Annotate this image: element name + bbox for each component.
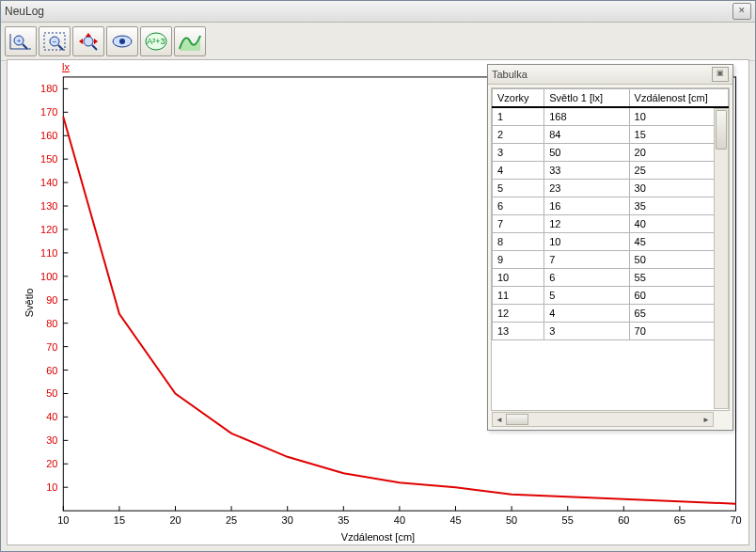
- svg-text:20: 20: [169, 514, 181, 526]
- svg-text:160: 160: [40, 130, 57, 141]
- svg-text:120: 120: [40, 224, 57, 235]
- table-cell: 168: [544, 107, 629, 126]
- svg-text:110: 110: [40, 247, 57, 259]
- table-row[interactable]: 116810: [493, 107, 729, 126]
- svg-text:45: 45: [449, 514, 461, 526]
- titlebar[interactable]: NeuLog ✕: [1, 1, 755, 23]
- table-title-text: Tabulka: [492, 69, 528, 80]
- svg-text:30: 30: [46, 434, 57, 446]
- svg-text:65: 65: [674, 514, 685, 526]
- window-title: NeuLog: [5, 5, 44, 18]
- table-cell: 3: [544, 323, 629, 340]
- table-row[interactable]: 52330: [493, 180, 729, 197]
- table-row[interactable]: 13370: [493, 323, 729, 340]
- table-titlebar[interactable]: Tabulka ▣: [488, 65, 732, 85]
- svg-line-8: [92, 45, 97, 50]
- horizontal-scrollbar[interactable]: ◄ ►: [492, 412, 714, 427]
- svg-text:30: 30: [282, 514, 293, 526]
- svg-text:40: 40: [46, 411, 57, 422]
- svg-text:70: 70: [46, 341, 57, 353]
- table-cell: 7: [544, 251, 629, 269]
- svg-point-7: [84, 37, 93, 46]
- svg-text:100: 100: [40, 271, 57, 282]
- table-row[interactable]: 71240: [493, 215, 729, 233]
- svg-text:150: 150: [40, 153, 57, 165]
- table-row[interactable]: 11560: [493, 287, 729, 305]
- curve-button[interactable]: [174, 26, 206, 56]
- table-header[interactable]: Světlo 1 [lx]: [544, 89, 629, 108]
- svg-text:20: 20: [46, 458, 57, 469]
- table-cell: 13: [493, 323, 544, 340]
- svg-text:130: 130: [40, 200, 57, 212]
- scroll-left-icon[interactable]: ◄: [493, 414, 506, 425]
- table-cell: 12: [493, 305, 544, 323]
- table-cell: 4: [493, 162, 544, 180]
- table-cell: 6: [493, 197, 544, 215]
- table-body: VzorkySvětlo 1 [lx]Vzdálenost [cm]116810…: [491, 87, 730, 411]
- table-row[interactable]: 9750: [493, 251, 729, 269]
- svg-text:55: 55: [562, 514, 574, 526]
- svg-text:10: 10: [46, 481, 57, 493]
- table-cell: 6: [544, 269, 629, 287]
- zoom-in-button[interactable]: +: [5, 26, 37, 56]
- svg-text:25: 25: [226, 514, 237, 526]
- table-row[interactable]: 61635: [493, 197, 729, 215]
- table-cell: 1: [493, 107, 544, 126]
- svg-text:90: 90: [46, 294, 57, 306]
- formula-button[interactable]: A²+3: [140, 26, 172, 56]
- scrollbar-thumb[interactable]: [716, 110, 727, 150]
- svg-text:60: 60: [618, 514, 629, 526]
- table-cell: 23: [544, 180, 629, 197]
- svg-text:60: 60: [46, 365, 57, 376]
- svg-text:+: +: [17, 37, 22, 45]
- table-cell: 10: [493, 269, 544, 287]
- close-icon[interactable]: ✕: [732, 3, 751, 20]
- table-cell: 33: [544, 162, 629, 180]
- chart-area: lx Světlo Vzdálenost [cm] 10203040506070…: [7, 59, 749, 545]
- svg-text:80: 80: [46, 318, 57, 329]
- svg-line-5: [58, 45, 63, 50]
- svg-text:40: 40: [394, 514, 405, 526]
- svg-text:70: 70: [730, 514, 741, 526]
- vertical-scrollbar[interactable]: [714, 108, 729, 409]
- table-row[interactable]: 28415: [493, 126, 729, 144]
- scroll-right-icon[interactable]: ►: [700, 414, 713, 425]
- table-cell: 8: [493, 233, 544, 251]
- svg-text:50: 50: [46, 387, 57, 399]
- svg-text:10: 10: [57, 514, 69, 526]
- eye-button[interactable]: [106, 26, 138, 56]
- svg-text:15: 15: [114, 514, 125, 526]
- table-cell: 84: [544, 126, 629, 144]
- svg-text:A²+3: A²+3: [147, 37, 165, 46]
- pin-icon[interactable]: ▣: [712, 67, 729, 82]
- svg-text:170: 170: [40, 106, 57, 118]
- table-cell: 50: [544, 144, 629, 162]
- fit-button[interactable]: [72, 26, 104, 56]
- table-row[interactable]: 10655: [493, 269, 729, 287]
- svg-text:35: 35: [338, 514, 349, 526]
- table-cell: 9: [493, 251, 544, 269]
- data-table[interactable]: VzorkySvětlo 1 [lx]Vzdálenost [cm]116810…: [492, 88, 729, 340]
- scrollbar-thumb[interactable]: [506, 414, 528, 425]
- table-cell: 7: [493, 215, 544, 233]
- svg-text:140: 140: [40, 177, 57, 188]
- table-panel[interactable]: Tabulka ▣ VzorkySvětlo 1 [lx]Vzdálenost …: [487, 64, 733, 431]
- table-cell: 2: [493, 126, 544, 144]
- svg-point-10: [119, 39, 125, 44]
- table-header[interactable]: Vzdálenost [cm]: [629, 89, 728, 108]
- table-row[interactable]: 81045: [493, 233, 729, 251]
- zoom-out-button[interactable]: −: [39, 26, 71, 56]
- table-row[interactable]: 43325: [493, 162, 729, 180]
- table-row[interactable]: 35020: [493, 144, 729, 162]
- app-window: NeuLog ✕ + − A²+3 lx Světlo Vzdálenost […: [0, 0, 756, 552]
- svg-text:−: −: [53, 38, 57, 46]
- table-cell: 5: [544, 287, 629, 305]
- table-row[interactable]: 12465: [493, 305, 729, 323]
- table-cell: 10: [544, 233, 629, 251]
- svg-line-1: [23, 44, 27, 49]
- table-header[interactable]: Vzorky: [493, 89, 544, 108]
- table-cell: 16: [544, 197, 629, 215]
- table-cell: 11: [493, 287, 544, 305]
- table-cell: 12: [544, 215, 629, 233]
- table-cell: 5: [493, 180, 544, 197]
